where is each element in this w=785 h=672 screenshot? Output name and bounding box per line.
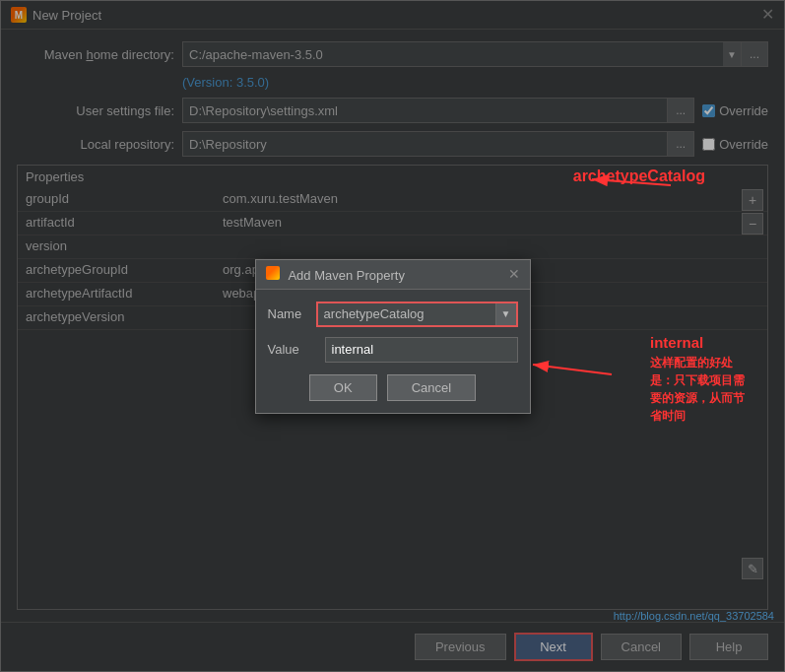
modal-ok-button[interactable]: OK <box>309 374 377 401</box>
modal-title-left: Add Maven Property <box>266 266 405 283</box>
modal-name-combo: ▼ <box>316 302 518 327</box>
modal-name-label: Name <box>268 306 308 321</box>
modal-value-field: Value <box>268 337 518 363</box>
modal-body: Name ▼ Value <box>256 290 530 374</box>
modal-value-label: Value <box>268 342 317 357</box>
main-window: M New Project ✕ Maven home directory: ▼ … <box>0 0 785 672</box>
modal-title-text: Add Maven Property <box>288 268 405 283</box>
modal-close-button[interactable]: ✕ <box>508 266 520 282</box>
modal-value-input[interactable] <box>325 337 518 363</box>
add-maven-property-dialog: Add Maven Property ✕ Name ▼ Value <box>255 259 531 414</box>
modal-name-field: Name ▼ <box>268 302 518 327</box>
modal-title-icon <box>266 266 280 280</box>
modal-name-dropdown-btn[interactable]: ▼ <box>495 303 516 325</box>
modal-name-input[interactable] <box>318 303 495 325</box>
modal-buttons: OK Cancel <box>256 374 530 413</box>
modal-cancel-button[interactable]: Cancel <box>387 374 476 401</box>
modal-overlay: Add Maven Property ✕ Name ▼ Value <box>1 1 784 671</box>
modal-title-bar: Add Maven Property ✕ <box>256 260 530 290</box>
